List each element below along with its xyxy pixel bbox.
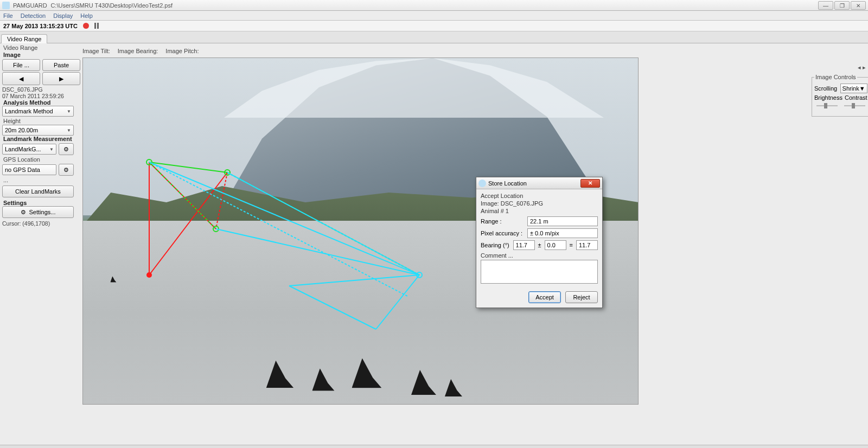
contrast-label: Contrast <box>845 94 867 101</box>
comment-label: Comment ... <box>481 252 598 259</box>
pixel-accuracy-label: Pixel accuracy : <box>481 230 524 236</box>
range-field[interactable]: 22.1 m <box>527 216 598 226</box>
pause-icon[interactable] <box>94 23 99 29</box>
dialog-image-line: Image: DSC_6076.JPG <box>481 200 598 207</box>
close-button[interactable]: ✕ <box>851 1 866 10</box>
equals-label: = <box>570 242 573 248</box>
analysis-header: Analysis Method <box>3 99 50 106</box>
store-location-dialog: Store Location ✕ Accept Location Image: … <box>476 177 603 308</box>
settings-button[interactable]: ⚙ Settings... <box>2 206 74 218</box>
bearing-field-1[interactable]: 11.7 <box>513 240 535 250</box>
landmark-select[interactable]: LandMarkG...▼ <box>2 144 56 155</box>
scroll-right-icon[interactable]: ▸ <box>863 64 866 71</box>
tab-row: Video Range <box>0 31 868 43</box>
landmark-settings-button[interactable]: ⚙ <box>59 143 74 155</box>
record-icon[interactable] <box>83 23 89 29</box>
accept-location-label: Accept Location <box>481 193 598 199</box>
accept-button[interactable]: Accept <box>528 291 561 303</box>
analysis-method-select[interactable]: Landmark Method▼ <box>2 106 74 117</box>
section-label: Video Range <box>3 44 80 51</box>
menu-detection[interactable]: Detection <box>21 12 46 19</box>
clear-landmarks-button[interactable]: Clear LandMarks <box>2 185 74 197</box>
window-title: PAMGUARD C:\Users\SMRU T430\Desktop\Vide… <box>13 2 173 9</box>
gear-icon: ⚙ <box>63 167 69 174</box>
dialog-animal-line: Animal # 1 <box>481 208 598 214</box>
image-header: Image <box>3 52 21 58</box>
scroll-left-icon[interactable]: ◂ <box>858 64 861 71</box>
reject-button[interactable]: Reject <box>565 291 598 303</box>
menu-help[interactable]: Help <box>80 12 93 19</box>
file-button[interactable]: File ... <box>2 59 40 71</box>
image-info-header: Image Tilt: Image Bearing: Image Pitch: <box>82 48 199 54</box>
dialog-titlebar[interactable]: Store Location ✕ <box>476 177 602 189</box>
next-image-button[interactable]: ▶ <box>42 72 80 85</box>
maximize-button[interactable]: ❐ <box>834 1 850 10</box>
comment-field[interactable] <box>481 260 598 284</box>
image-bearing-label: Image Bearing: <box>118 48 158 54</box>
image-pitch-label: Image Pitch: <box>165 48 199 54</box>
range-label: Range : <box>481 218 524 225</box>
brightness-label: Brightness <box>814 94 843 101</box>
menu-file[interactable]: File <box>3 12 13 19</box>
brightness-slider[interactable] <box>814 102 840 110</box>
image-controls-panel: ◂ ▸ Image Controls Scrolling Shrink▼ Bri… <box>812 64 866 117</box>
landmark-header: Landmark Measurement <box>3 136 72 142</box>
image-filename: DSC_6076.JPG <box>2 86 43 93</box>
height-label: Height <box>3 118 80 124</box>
scrolling-label: Scrolling <box>814 85 837 92</box>
bearing-field-2[interactable]: 0.0 <box>545 240 566 250</box>
gear-icon: ⚙ <box>63 146 69 153</box>
cursor-readout: Cursor: (496,1708) <box>2 220 80 227</box>
plus-minus-label: ± <box>538 242 541 248</box>
time-strip: 27 May 2013 13:15:23 UTC <box>0 21 868 31</box>
prev-image-button[interactable]: ◀ <box>2 72 40 85</box>
window-titlebar: PAMGUARD C:\Users\SMRU T430\Desktop\Vide… <box>0 0 868 11</box>
bearing-field-3[interactable]: 11.7 <box>576 240 598 250</box>
timestamp: 27 May 2013 13:15:23 UTC <box>3 23 78 29</box>
bearing-label: Bearing (°) <box>481 242 510 248</box>
menu-bar: File Detection Display Help <box>0 11 868 21</box>
scrolling-select[interactable]: Shrink▼ <box>840 84 867 93</box>
dialog-icon <box>478 180 486 187</box>
image-controls-label: Image Controls <box>814 74 857 80</box>
tab-video-range[interactable]: Video Range <box>1 34 47 43</box>
workspace: Video Range Image File ... Paste ◀ ▶ DSC… <box>0 43 868 445</box>
dialog-title: Store Location <box>488 180 527 187</box>
gear-icon: ⚙ <box>21 209 26 216</box>
app-icon <box>2 2 10 9</box>
settings-header: Settings <box>3 200 27 206</box>
contrast-slider[interactable] <box>842 102 867 110</box>
menu-display[interactable]: Display <box>53 12 73 19</box>
pixel-accuracy-field[interactable]: ± 0.0 m/pix <box>527 228 598 238</box>
gps-settings-button[interactable]: ⚙ <box>59 164 74 176</box>
status-bar <box>0 445 868 448</box>
gps-label: GPS Location <box>3 156 80 163</box>
image-tilt-label: Image Tilt: <box>82 48 110 54</box>
image-filetime: 07 March 2011 23:59:26 <box>2 93 64 99</box>
left-panel: Video Range Image File ... Paste ◀ ▶ DSC… <box>2 43 80 445</box>
gps-select[interactable]: no GPS Data <box>2 164 56 175</box>
height-select[interactable]: 20m 20.00m▼ <box>2 125 74 136</box>
dialog-close-button[interactable]: ✕ <box>580 179 600 188</box>
dots-label: ... <box>3 177 80 183</box>
minimize-button[interactable]: — <box>818 1 833 10</box>
paste-button[interactable]: Paste <box>42 59 80 71</box>
